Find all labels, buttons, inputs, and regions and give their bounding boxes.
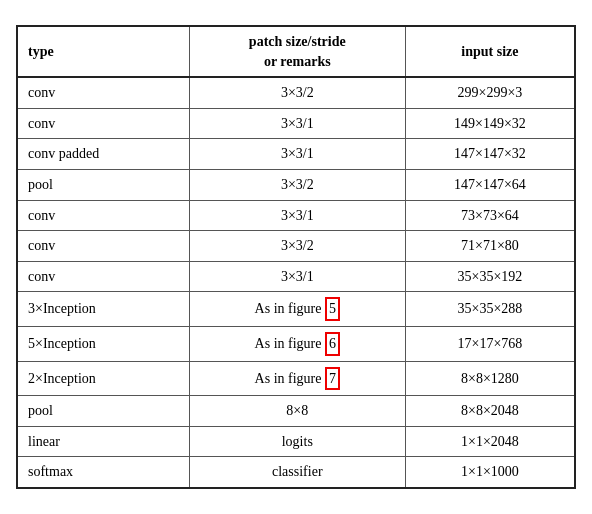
table-row: pool3×3/2147×147×64 (17, 170, 575, 201)
table-row: conv3×3/2299×299×3 (17, 77, 575, 108)
architecture-table: type patch size/stride or remarks input … (16, 25, 576, 489)
cell-patch: 3×3/1 (189, 139, 405, 170)
cell-type: conv (17, 108, 189, 139)
table-row: conv3×3/173×73×64 (17, 200, 575, 231)
cell-patch: 3×3/2 (189, 231, 405, 262)
cell-patch: logits (189, 426, 405, 457)
cell-patch: classifier (189, 457, 405, 488)
cell-patch: 3×3/1 (189, 200, 405, 231)
cell-type: conv (17, 200, 189, 231)
table-container: type patch size/stride or remarks input … (16, 25, 576, 489)
cell-type: conv (17, 77, 189, 108)
cell-input: 73×73×64 (405, 200, 575, 231)
cell-input: 147×147×32 (405, 139, 575, 170)
table-row: pool8×88×8×2048 (17, 396, 575, 427)
cell-type: linear (17, 426, 189, 457)
cell-input: 299×299×3 (405, 77, 575, 108)
cell-type: 3×Inception (17, 292, 189, 327)
col-header-patch: patch size/stride or remarks (189, 26, 405, 77)
cell-type: conv (17, 261, 189, 292)
cell-patch: 3×3/2 (189, 170, 405, 201)
cell-type: pool (17, 170, 189, 201)
table-row: conv padded3×3/1147×147×32 (17, 139, 575, 170)
highlighted-number: 6 (325, 332, 340, 356)
table-row: 2×InceptionAs in figure 78×8×1280 (17, 361, 575, 396)
cell-input: 35×35×192 (405, 261, 575, 292)
cell-patch: As in figure 6 (189, 326, 405, 361)
cell-input: 35×35×288 (405, 292, 575, 327)
cell-input: 149×149×32 (405, 108, 575, 139)
col-header-input: input size (405, 26, 575, 77)
cell-input: 17×17×768 (405, 326, 575, 361)
header-row: type patch size/stride or remarks input … (17, 26, 575, 77)
cell-patch: As in figure 7 (189, 361, 405, 396)
highlighted-number: 7 (325, 367, 340, 391)
cell-input: 8×8×2048 (405, 396, 575, 427)
cell-type: softmax (17, 457, 189, 488)
table-row: softmaxclassifier1×1×1000 (17, 457, 575, 488)
col-header-patch-line2: or remarks (264, 54, 331, 69)
cell-type: 2×Inception (17, 361, 189, 396)
cell-patch: As in figure 5 (189, 292, 405, 327)
cell-patch: 3×3/1 (189, 108, 405, 139)
cell-input: 147×147×64 (405, 170, 575, 201)
cell-type: conv padded (17, 139, 189, 170)
table-row: 3×InceptionAs in figure 535×35×288 (17, 292, 575, 327)
col-header-patch-line1: patch size/stride (249, 34, 346, 49)
cell-type: 5×Inception (17, 326, 189, 361)
cell-input: 1×1×1000 (405, 457, 575, 488)
table-row: conv3×3/135×35×192 (17, 261, 575, 292)
table-row: 5×InceptionAs in figure 617×17×768 (17, 326, 575, 361)
cell-patch: 3×3/2 (189, 77, 405, 108)
table-row: linearlogits1×1×2048 (17, 426, 575, 457)
cell-input: 8×8×1280 (405, 361, 575, 396)
highlighted-number: 5 (325, 297, 340, 321)
cell-type: conv (17, 231, 189, 262)
cell-input: 71×71×80 (405, 231, 575, 262)
table-row: conv3×3/1149×149×32 (17, 108, 575, 139)
table-row: conv3×3/271×71×80 (17, 231, 575, 262)
col-header-type: type (17, 26, 189, 77)
cell-input: 1×1×2048 (405, 426, 575, 457)
cell-type: pool (17, 396, 189, 427)
cell-patch: 8×8 (189, 396, 405, 427)
cell-patch: 3×3/1 (189, 261, 405, 292)
